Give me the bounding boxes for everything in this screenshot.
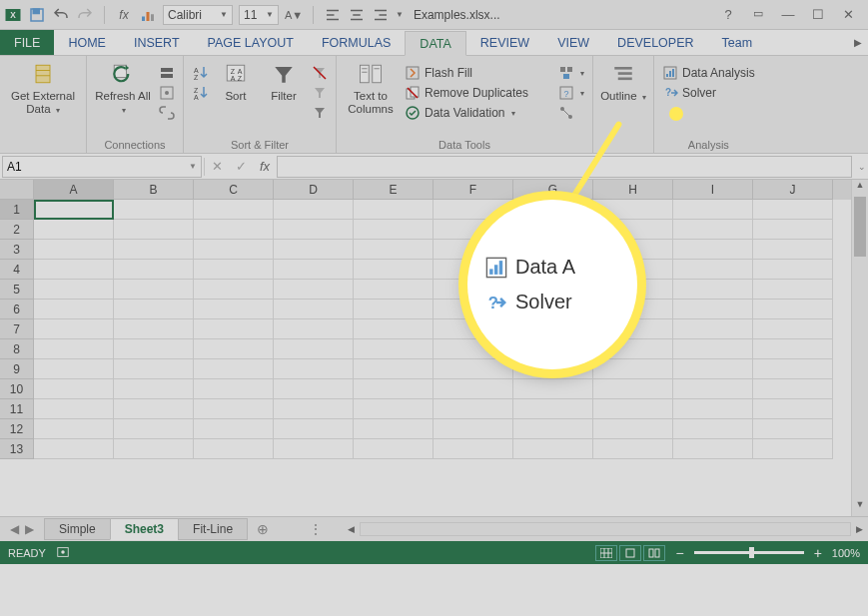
cell[interactable]: [194, 300, 274, 319]
cell[interactable]: [354, 359, 434, 379]
zoom-level[interactable]: 100%: [832, 547, 860, 559]
scroll-down-icon[interactable]: ▼: [852, 499, 868, 516]
cell[interactable]: [753, 359, 833, 379]
cell[interactable]: [34, 399, 114, 419]
font-name-box[interactable]: Calibri▼: [163, 5, 233, 25]
cell[interactable]: [194, 399, 274, 419]
cell[interactable]: [194, 200, 274, 220]
ribbon-display-icon[interactable]: ▭: [748, 7, 768, 22]
fx-icon[interactable]: fx: [115, 6, 133, 24]
clear-filter-button[interactable]: [310, 64, 330, 82]
cell[interactable]: [354, 200, 434, 220]
macro-record-icon[interactable]: [56, 545, 70, 561]
cell[interactable]: [34, 300, 114, 319]
cell[interactable]: [593, 419, 673, 439]
page-break-view-button[interactable]: [643, 545, 665, 561]
zoom-slider[interactable]: [694, 551, 804, 554]
cell[interactable]: [354, 339, 434, 359]
cell[interactable]: [114, 319, 194, 339]
reapply-button[interactable]: [310, 84, 330, 102]
cell[interactable]: [34, 200, 114, 220]
cell[interactable]: [274, 260, 354, 280]
tab-data[interactable]: DATA: [405, 31, 465, 56]
horizontal-scrollbar[interactable]: ◀ ▶: [343, 522, 868, 536]
tab-insert[interactable]: INSERT: [120, 30, 194, 55]
col-header[interactable]: A: [34, 180, 114, 200]
row-header[interactable]: 12: [0, 419, 34, 439]
cell[interactable]: [274, 399, 354, 419]
cell[interactable]: [673, 359, 753, 379]
cell[interactable]: [114, 300, 194, 319]
sort-button[interactable]: ZAAZ Sort: [214, 60, 258, 103]
col-header[interactable]: C: [194, 180, 274, 200]
cell[interactable]: [274, 339, 354, 359]
cell[interactable]: [673, 399, 753, 419]
outline-button[interactable]: Outline ▾: [599, 60, 647, 103]
scroll-left-icon[interactable]: ◀: [343, 524, 360, 534]
help-icon[interactable]: ?: [718, 7, 738, 22]
cell[interactable]: [673, 260, 753, 280]
cell[interactable]: [194, 339, 274, 359]
cell[interactable]: [114, 200, 194, 220]
close-button[interactable]: ✕: [838, 7, 858, 22]
select-all-corner[interactable]: [0, 180, 34, 200]
edit-links-button[interactable]: [157, 104, 177, 122]
redo-icon[interactable]: [76, 6, 94, 24]
undo-icon[interactable]: [52, 6, 70, 24]
cell[interactable]: [354, 439, 434, 459]
cell[interactable]: [753, 379, 833, 399]
cell[interactable]: [34, 260, 114, 280]
solver-button[interactable]: ?Solver: [660, 84, 757, 102]
cell[interactable]: [673, 200, 753, 220]
tab-file[interactable]: FILE: [0, 30, 54, 55]
remove-duplicates-button[interactable]: Remove Duplicates: [403, 84, 552, 102]
cell[interactable]: [593, 399, 673, 419]
align-left-icon[interactable]: [324, 6, 342, 24]
row-header[interactable]: 3: [0, 240, 34, 260]
row-header[interactable]: 9: [0, 359, 34, 379]
cell[interactable]: [354, 260, 434, 280]
next-sheet-icon[interactable]: ▶: [25, 522, 34, 536]
zoom-out-button[interactable]: −: [675, 545, 683, 561]
cell[interactable]: [354, 240, 434, 260]
cell[interactable]: [114, 359, 194, 379]
tab-developer[interactable]: DEVELOPER: [603, 30, 707, 55]
expand-formula-bar-icon[interactable]: ⌄: [858, 162, 866, 172]
scroll-up-icon[interactable]: ▲: [852, 180, 868, 197]
maximize-button[interactable]: ☐: [808, 7, 828, 22]
cell[interactable]: [354, 300, 434, 319]
scroll-thumb[interactable]: [854, 197, 866, 257]
cell[interactable]: [434, 379, 513, 399]
cell[interactable]: [673, 240, 753, 260]
row-header[interactable]: 7: [0, 319, 34, 339]
formula-input[interactable]: [277, 156, 852, 178]
cell[interactable]: [114, 399, 194, 419]
cell[interactable]: [673, 439, 753, 459]
cell[interactable]: [114, 240, 194, 260]
cell[interactable]: [34, 439, 114, 459]
tab-view[interactable]: VIEW: [543, 30, 603, 55]
col-header[interactable]: J: [753, 180, 833, 200]
cell[interactable]: [593, 200, 673, 220]
row-header[interactable]: 8: [0, 339, 34, 359]
row-header[interactable]: 1: [0, 200, 34, 220]
cell[interactable]: [434, 439, 513, 459]
cell[interactable]: [753, 240, 833, 260]
cell[interactable]: [673, 280, 753, 300]
cell[interactable]: [114, 220, 194, 240]
text-to-columns-button[interactable]: Text to Columns: [343, 60, 399, 116]
cell[interactable]: [434, 399, 513, 419]
sort-asc-button[interactable]: AZ: [190, 64, 210, 82]
cell[interactable]: [34, 280, 114, 300]
scroll-right-icon[interactable]: ▶: [851, 524, 868, 534]
row-header[interactable]: 4: [0, 260, 34, 280]
row-header[interactable]: 5: [0, 280, 34, 300]
cell[interactable]: [274, 439, 354, 459]
cell[interactable]: [354, 220, 434, 240]
tab-home[interactable]: HOME: [54, 30, 120, 55]
row-header[interactable]: 6: [0, 300, 34, 319]
cell[interactable]: [34, 359, 114, 379]
cell[interactable]: [434, 359, 513, 379]
data-analysis-button[interactable]: Data Analysis: [660, 64, 757, 82]
cell[interactable]: [753, 319, 833, 339]
